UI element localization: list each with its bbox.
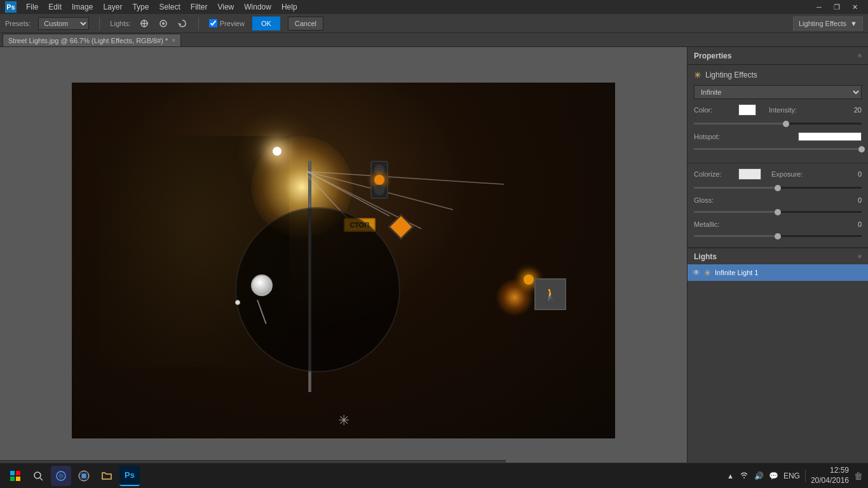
preview-checkbox[interactable] <box>209 19 217 27</box>
document-tab[interactable]: Street Lights.jpg @ 66.7% (Light Effects… <box>3 34 181 46</box>
svg-point-4 <box>162 22 165 25</box>
pedestrian-sign: 🚶 <box>534 278 566 310</box>
menu-type[interactable]: Type <box>128 1 153 13</box>
cancel-button[interactable]: Cancel <box>288 17 323 30</box>
taskbar-explorer-icon[interactable] <box>97 466 117 486</box>
colorize-swatch[interactable] <box>738 168 761 180</box>
exposure-track[interactable] <box>694 187 862 189</box>
intensity-thumb[interactable] <box>783 121 789 127</box>
traffic-light-green <box>374 185 384 195</box>
lights-title: Lights <box>694 252 717 261</box>
gloss-track[interactable] <box>694 211 862 213</box>
taskbar-cortana-icon[interactable] <box>51 466 71 486</box>
presets-label: Presets: <box>5 20 31 27</box>
color-swatch[interactable] <box>738 104 756 116</box>
menu-edit[interactable]: Edit <box>44 1 66 13</box>
exposure-thumb[interactable] <box>775 185 781 191</box>
intensity-slider-row <box>694 119 862 128</box>
traffic-light-yellow <box>374 175 384 185</box>
traffic-light <box>370 161 388 199</box>
menu-window[interactable]: Window <box>240 1 276 13</box>
menu-view[interactable]: View <box>213 1 238 13</box>
taskbar-datetime[interactable]: 12:59 20/04/2016 <box>811 466 849 485</box>
dot-handle[interactable] <box>235 300 240 305</box>
tab-close-icon[interactable]: × <box>172 37 175 44</box>
panel-spacer <box>688 281 868 474</box>
metallic-value: 0 <box>849 220 862 228</box>
taskbar: Ps ▲ 🔊 💬 ENG 12:59 20/04/2016 🗑 <box>0 463 868 488</box>
taskbar-right: ▲ 🔊 💬 ENG 12:59 20/04/2016 🗑 <box>727 466 863 485</box>
presets-dropdown[interactable]: Custom <box>38 17 89 30</box>
lighting-effects-label: Lighting Effects <box>799 20 846 27</box>
metallic-slider-row <box>694 232 862 241</box>
svg-rect-13 <box>16 477 20 481</box>
intensity-track[interactable] <box>694 123 862 125</box>
minimize-button[interactable]: ─ <box>811 2 827 12</box>
light-type-icon[interactable] <box>158 18 169 29</box>
ps-logo: Ps <box>5 1 17 13</box>
menu-select[interactable]: Select <box>154 1 184 13</box>
canvas-image[interactable]: СТОП 🚶 ✳ <box>72 83 615 438</box>
colorize-label: Colorize: <box>694 170 738 178</box>
svg-rect-10 <box>10 471 15 475</box>
menu-help[interactable]: Help <box>277 1 302 13</box>
light-type-dropdown[interactable]: Infinite Point Spot <box>694 85 862 99</box>
hotspot-slider-row <box>694 145 862 154</box>
canvas-area[interactable]: СТОП 🚶 ✳ 66.67% 📄 <box>0 47 687 474</box>
lights-label: Lights: <box>110 20 130 27</box>
taskbar-language[interactable]: ENG <box>783 471 800 480</box>
gloss-row: Gloss: 0 <box>694 196 862 204</box>
menu-layer[interactable]: Layer <box>98 1 126 13</box>
tab-name: Street Lights.jpg @ 66.7% (Light Effects… <box>8 37 168 44</box>
start-button[interactable] <box>5 466 25 486</box>
title-bar-left: Ps File Edit Image Layer Type Select Fil… <box>5 1 302 13</box>
gloss-fill <box>694 211 778 213</box>
title-bar: Ps File Edit Image Layer Type Select Fil… <box>0 0 868 14</box>
hotspot-track[interactable] <box>694 148 862 150</box>
close-button[interactable]: ✕ <box>846 2 863 12</box>
ok-button[interactable]: OK <box>252 17 280 30</box>
panel-title: Properties <box>694 51 731 60</box>
hotspot-label: Hotspot: <box>694 133 720 140</box>
hotspot-swatch[interactable] <box>798 132 862 141</box>
panel-options-icon[interactable]: ≡ <box>858 52 862 59</box>
taskbar-chrome-icon[interactable] <box>74 466 94 486</box>
lighting-effects-dropdown[interactable]: Lighting Effects ▼ <box>793 17 863 30</box>
intensity-value: 20 <box>849 106 862 114</box>
light-item-1[interactable]: 👁 ✳ Infinite Light 1 <box>688 264 868 281</box>
add-light-icon[interactable] <box>139 18 150 29</box>
menu-filter[interactable]: Filter <box>186 1 212 13</box>
metallic-thumb[interactable] <box>775 233 781 240</box>
taskbar-ps-icon[interactable]: Ps <box>119 466 140 486</box>
taskbar-message-icon[interactable]: 💬 <box>769 471 778 480</box>
canvas-container: СТОП 🚶 ✳ <box>72 83 615 438</box>
metallic-track[interactable] <box>694 235 862 237</box>
section-title: ✳ Lighting Effects <box>694 70 862 80</box>
taskbar-volume-icon[interactable]: 🔊 <box>754 471 764 480</box>
gloss-value: 0 <box>849 196 862 204</box>
menu-image[interactable]: Image <box>67 1 97 13</box>
options-bar: Presets: Custom Lights: Preview OK Cance… <box>0 14 868 33</box>
reset-light-icon[interactable] <box>177 18 188 29</box>
taskbar-network-icon[interactable] <box>739 470 749 481</box>
svg-rect-12 <box>10 477 15 481</box>
intensity-label: Intensity: <box>769 106 813 114</box>
gloss-label: Gloss: <box>694 196 738 204</box>
visibility-eye-icon[interactable]: 👁 <box>693 268 700 277</box>
colorize-row: Colorize: Exposure: 0 <box>694 168 862 180</box>
color-label: Color: <box>694 106 738 114</box>
taskbar-up-arrow[interactable]: ▲ <box>727 472 734 480</box>
taskbar-trash-icon[interactable]: 🗑 <box>854 471 863 481</box>
gloss-thumb[interactable] <box>775 209 781 215</box>
maximize-button[interactable]: ❐ <box>829 2 845 12</box>
taskbar-search-icon[interactable] <box>28 466 48 486</box>
exposure-fill <box>694 187 778 189</box>
colorize-section: Colorize: Exposure: 0 Gloss: 0 <box>688 163 868 248</box>
lighting-effects-section: ✳ Lighting Effects Infinite Point Spot C… <box>688 65 868 163</box>
svg-point-19 <box>81 473 86 478</box>
lights-options-icon[interactable]: ≡ <box>858 253 862 260</box>
menu-file[interactable]: File <box>22 1 43 13</box>
hotspot-thumb[interactable] <box>858 146 865 152</box>
tab-bar: Street Lights.jpg @ 66.7% (Light Effects… <box>0 33 868 47</box>
taskbar-time-value: 12:59 <box>811 466 849 476</box>
